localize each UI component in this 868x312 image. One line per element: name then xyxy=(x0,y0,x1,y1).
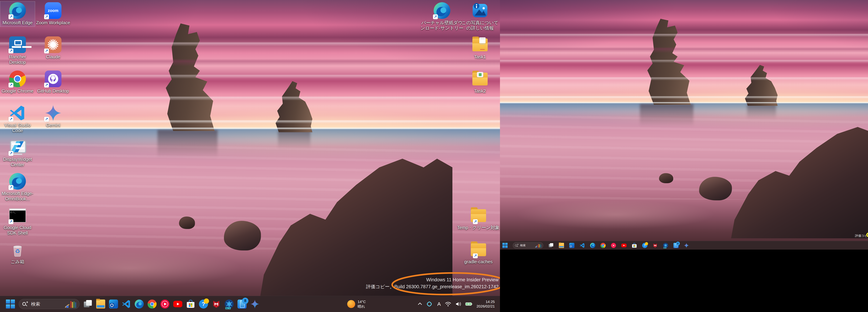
wallpaper-reflection xyxy=(278,130,310,149)
foreground-rock-mid xyxy=(699,177,732,201)
search-icon xyxy=(22,301,28,307)
help-tips-icon[interactable]: ? xyxy=(642,243,647,248)
desktop-icon-label: Microsoft Edge xyxy=(2,20,32,26)
search-highlight-image xyxy=(535,243,541,247)
desktop-icon-folder-task2[interactable]: Task2 xyxy=(460,70,500,95)
wallpaper-reflection xyxy=(157,130,218,158)
beta-app-icon[interactable]: BETA xyxy=(225,300,234,309)
desktop-icon-label: ごみ箱 xyxy=(10,259,24,265)
taskbar-search-box[interactable]: 検索 xyxy=(513,242,543,249)
foreground-rock-large xyxy=(731,123,868,239)
foreground-rock-small xyxy=(659,173,673,183)
wallpaper-sea-band xyxy=(0,129,500,146)
desktop-icon-label: Task1 xyxy=(474,54,486,60)
vscode-icon[interactable] xyxy=(580,243,585,248)
desktop-icon-label: Task2 xyxy=(474,89,486,94)
app-tile-icon xyxy=(477,72,483,77)
youtube-icon[interactable] xyxy=(173,301,182,307)
monitor-primary: ↗ Microsoft Edge zoom ↗ Zoom Workplace ↗… xyxy=(0,0,500,312)
photo-info-icon xyxy=(472,2,488,19)
rock-stack-small xyxy=(744,65,779,106)
desktop-icon-rancher-desktop[interactable]: ↗ Rancher Desktop xyxy=(0,36,35,66)
wallpaper-beach-sheen xyxy=(0,243,285,293)
help-tips-icon[interactable]: ? xyxy=(199,300,208,309)
desktop-icon-label: Gemini xyxy=(46,123,60,128)
desktop-icon-google-chrome[interactable]: ↗ Google Chrome xyxy=(0,70,35,95)
wallpaper-sea-band xyxy=(500,103,868,117)
desktop-icon-folder-temp[interactable]: ↗ Temp - クリーン対象 xyxy=(457,206,500,232)
desktop-icon-virtual-wallpaper-download[interactable]: ↗ バーチャル壁紙ダウンロード-サントリー xyxy=(420,1,464,32)
start-button[interactable] xyxy=(6,300,15,309)
youtube-icon[interactable] xyxy=(621,244,626,247)
file-explorer-icon[interactable] xyxy=(96,300,105,309)
outlook-icon[interactable] xyxy=(569,243,575,248)
microsoft-store-icon[interactable] xyxy=(632,243,637,248)
sun-icon xyxy=(347,300,355,308)
desktop-icon-label: Zoom Workplace xyxy=(36,20,70,26)
phone-link-icon[interactable]: 8 xyxy=(673,243,679,248)
wallpaper-water-streaks xyxy=(0,143,500,250)
desktop-icon-github-desktop[interactable]: ↗ GitHub Desktop xyxy=(36,70,71,95)
file-explorer-icon[interactable] xyxy=(559,243,564,248)
folder-icon xyxy=(472,73,488,85)
task-view-button[interactable] xyxy=(83,300,92,309)
desktop-icon-folder-gradle-caches[interactable]: ↗ gradle-caches xyxy=(457,240,500,266)
desktop-icon-label: バーチャル壁紙ダウンロード-サントリー xyxy=(420,20,464,31)
phone-link-icon[interactable]: 8 xyxy=(238,300,247,309)
desktop-icon-google-cloud-sdk-shell[interactable]: C:\_ ↗ Google Cloud SDK Shell xyxy=(0,206,35,237)
desktop-icon-claude[interactable]: ↗ Claude xyxy=(36,36,71,61)
watermark-line2: 評価コピー。Build 26300.7877.ge_prerelease_im.… xyxy=(366,283,499,290)
youtube-music-icon[interactable] xyxy=(160,300,169,309)
mcafee-icon[interactable] xyxy=(212,300,221,309)
desktop-icon-displaywidget-center[interactable]: ↗ DisplayWidget Center xyxy=(0,138,35,169)
weather-widget[interactable]: 14°C 晴れ xyxy=(347,296,366,312)
clock-date: 2026/02/21 xyxy=(476,304,495,309)
vscode-icon[interactable] xyxy=(122,300,131,309)
chevron-up-icon[interactable] xyxy=(418,303,422,307)
desktop-icon-label: Temp - クリーン対象 xyxy=(457,225,500,230)
taskbar-clock[interactable]: 14:25 2026/02/21 xyxy=(476,300,495,309)
desktop-icon-label: gradle-caches xyxy=(464,259,493,265)
shortcut-arrow-icon: ↗ xyxy=(8,83,13,88)
desktop-icon-label: この写真についての詳しい情報 xyxy=(460,20,500,31)
desktop-icon-zoom-workplace[interactable]: zoom ↗ Zoom Workplace xyxy=(36,1,71,27)
chrome-icon[interactable] xyxy=(148,300,157,309)
battery-icon[interactable] xyxy=(465,302,472,306)
outlook-icon[interactable] xyxy=(109,300,118,309)
shortcut-arrow-icon: ↗ xyxy=(8,219,13,224)
volume-icon[interactable] xyxy=(455,302,461,307)
search-icon xyxy=(515,244,519,247)
desktop-icon-label: Visual Studio Code xyxy=(0,123,35,133)
desktop-icon-photo-info[interactable]: この写真についての詳しい情報 xyxy=(460,1,500,32)
rock-stack-small xyxy=(274,81,314,132)
desktop-icon-microsoft-edge-omnibook[interactable]: ↗ Microsoft Edge-OmniBook... xyxy=(0,172,35,203)
shortcut-arrow-icon: ↗ xyxy=(44,83,49,88)
wallpaper-reflection xyxy=(640,104,693,126)
beta-app-icon[interactable]: BETA xyxy=(663,243,668,248)
desktop-icon-label: Claude xyxy=(46,54,60,60)
copilot-icon[interactable] xyxy=(426,300,433,308)
dual-monitor-desktop: ↗ Microsoft Edge zoom ↗ Zoom Workplace ↗… xyxy=(0,0,868,312)
start-button[interactable] xyxy=(502,243,507,248)
desktop-icon-folder-task1[interactable]: Task1 xyxy=(460,36,500,61)
ime-mode-indicator[interactable]: A xyxy=(437,301,441,307)
edge-icon[interactable] xyxy=(135,300,144,309)
gemini-icon[interactable] xyxy=(684,243,689,248)
system-tray: A 14:25 2026/02/21 xyxy=(418,296,495,312)
desktop-icon-recycle-bin[interactable]: ♻ ごみ箱 xyxy=(0,240,35,266)
edge-icon[interactable] xyxy=(590,243,595,248)
gemini-icon[interactable] xyxy=(250,300,259,309)
chrome-icon[interactable] xyxy=(600,243,606,248)
task-view-button[interactable] xyxy=(549,243,554,248)
notification-badge: 8 xyxy=(676,242,680,245)
microsoft-store-icon[interactable] xyxy=(186,300,195,309)
recycle-bin-icon: ♻ xyxy=(9,241,26,258)
youtube-music-icon[interactable] xyxy=(611,243,616,248)
desktop-icon-microsoft-edge[interactable]: ↗ Microsoft Edge xyxy=(0,1,35,27)
mcafee-icon[interactable] xyxy=(653,243,658,248)
desktop-icon-visual-studio-code[interactable]: ↗ Visual Studio Code xyxy=(0,104,35,134)
taskbar-search-box[interactable]: 検索 xyxy=(19,299,80,309)
shortcut-arrow-icon: ↗ xyxy=(8,117,13,122)
desktop-icon-gemini[interactable]: ↗ Gemini xyxy=(36,104,71,129)
wifi-icon[interactable] xyxy=(445,302,451,307)
